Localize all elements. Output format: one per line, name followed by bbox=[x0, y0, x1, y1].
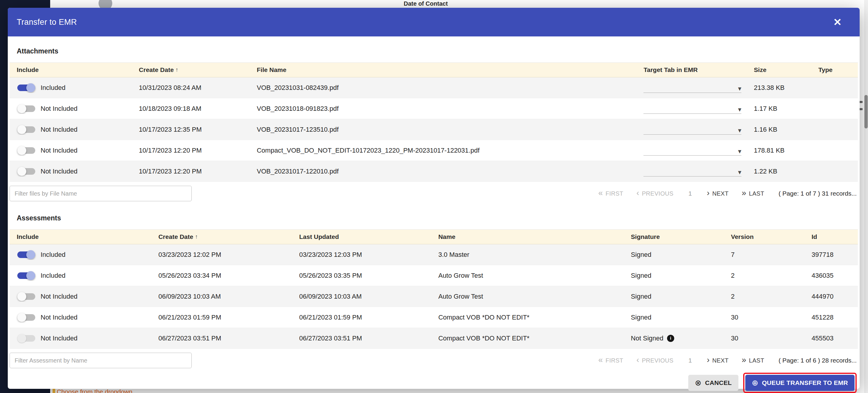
column-header-size[interactable]: Size bbox=[747, 66, 811, 73]
last-updated-cell: 05/26/2023 03:35 PM bbox=[292, 272, 431, 279]
column-header-type[interactable]: Type bbox=[811, 66, 858, 73]
target-tab-select[interactable]: ▾ bbox=[644, 83, 741, 93]
first-page-icon: « bbox=[598, 189, 603, 197]
file-name-cell: VOB_20231018-091823.pdf bbox=[250, 105, 636, 113]
next-page-button[interactable]: › NEXT bbox=[707, 357, 728, 365]
name-cell: Compact VOB *DO NOT EDIT* bbox=[431, 334, 624, 342]
target-tab-select[interactable]: ▾ bbox=[644, 167, 741, 177]
create-date-cell: 03/23/2023 12:02 PM bbox=[151, 251, 292, 259]
assessments-table-footer: « FIRST ‹ PREVIOUS 1 › NEXT » LAST ( Pag… bbox=[9, 352, 858, 369]
previous-page-button[interactable]: ‹ PREVIOUS bbox=[636, 357, 673, 365]
column-header-last-updated[interactable]: Last Updated bbox=[292, 233, 431, 240]
include-toggle[interactable] bbox=[17, 83, 36, 93]
signature-cell: Signed bbox=[631, 313, 652, 321]
chevron-down-icon: ▾ bbox=[738, 169, 741, 176]
attachments-filter-input[interactable] bbox=[9, 186, 192, 201]
column-header-file-name[interactable]: File Name bbox=[250, 66, 636, 73]
last-updated-cell: 03/23/2023 12:03 PM bbox=[292, 251, 431, 259]
current-page-number: 1 bbox=[688, 190, 692, 197]
assessments-filter-input[interactable] bbox=[9, 353, 192, 368]
attachment-row: Included 10/31/2023 08:24 AM VOB_2023103… bbox=[9, 77, 858, 98]
date-of-contact-label: Date of Contact bbox=[404, 0, 448, 7]
annotation-highlight-box: ⊕ QUEUE TRANSFER TO EMR bbox=[743, 373, 857, 393]
id-cell: 455503 bbox=[804, 334, 858, 342]
column-header-create-date[interactable]: Create Date ↑ bbox=[151, 233, 292, 240]
first-page-button[interactable]: « FIRST bbox=[598, 190, 623, 198]
include-toggle[interactable] bbox=[17, 312, 36, 323]
create-date-cell: 05/26/2023 03:34 PM bbox=[151, 272, 292, 279]
chevron-down-icon: ▾ bbox=[738, 148, 741, 155]
scrollbar-thumb[interactable] bbox=[864, 95, 868, 128]
page-scrollbar[interactable] bbox=[864, 0, 868, 393]
column-header-version[interactable]: Version bbox=[724, 233, 804, 240]
next-page-icon: › bbox=[707, 189, 709, 197]
create-date-cell: 10/18/2023 09:18 AM bbox=[132, 105, 250, 113]
last-page-button[interactable]: » LAST bbox=[742, 190, 765, 198]
attachment-row: Not Included 10/17/2023 12:20 PM VOB_202… bbox=[9, 161, 858, 182]
include-toggle[interactable] bbox=[17, 103, 36, 114]
column-header-target-tab[interactable]: Target Tab in EMR bbox=[636, 66, 746, 73]
first-page-button[interactable]: « FIRST bbox=[598, 357, 623, 365]
modal-body: Attachments Include Create Date ↑ File N… bbox=[8, 36, 860, 393]
next-page-button[interactable]: › NEXT bbox=[707, 190, 728, 198]
attachment-row: Not Included 10/17/2023 12:20 PM Compact… bbox=[9, 140, 858, 161]
include-label: Not Included bbox=[41, 105, 78, 113]
include-label: Not Included bbox=[41, 334, 78, 342]
close-icon: ✕ bbox=[833, 17, 842, 28]
transfer-to-emr-modal: Transfer to EMR ✕ Attachments Include Cr… bbox=[8, 8, 860, 389]
previous-page-icon: ‹ bbox=[636, 356, 639, 364]
last-updated-cell: 06/09/2023 10:03 AM bbox=[292, 293, 431, 300]
version-cell: 30 bbox=[724, 313, 804, 321]
target-tab-select[interactable]: ▾ bbox=[644, 124, 741, 135]
last-page-icon: » bbox=[742, 356, 746, 364]
column-header-include[interactable]: Include bbox=[9, 66, 132, 73]
include-toggle[interactable] bbox=[17, 124, 36, 135]
cancel-button[interactable]: ⊗ CANCEL bbox=[688, 375, 738, 391]
info-icon[interactable]: i bbox=[667, 335, 674, 342]
chevron-down-icon: ▾ bbox=[738, 85, 741, 93]
name-cell: Auto Grow Test bbox=[431, 293, 624, 300]
column-header-name[interactable]: Name bbox=[431, 233, 624, 240]
plus-circle-icon: ⊕ bbox=[752, 379, 758, 387]
include-toggle[interactable] bbox=[17, 333, 36, 343]
attachments-table-footer: « FIRST ‹ PREVIOUS 1 › NEXT » LAST ( Pag… bbox=[9, 185, 858, 202]
last-page-button[interactable]: » LAST bbox=[742, 357, 765, 365]
previous-page-icon: ‹ bbox=[636, 189, 639, 197]
target-tab-select[interactable]: ▾ bbox=[644, 145, 741, 156]
file-name-cell: VOB_20231017-122010.pdf bbox=[250, 168, 636, 175]
version-cell: 30 bbox=[724, 334, 804, 342]
assessment-row: Not Included 06/09/2023 10:03 AM 06/09/2… bbox=[9, 286, 858, 307]
column-header-create-date[interactable]: Create Date ↑ bbox=[132, 66, 250, 73]
version-cell: 2 bbox=[724, 293, 804, 300]
include-toggle[interactable] bbox=[17, 250, 36, 260]
queue-transfer-button[interactable]: ⊕ QUEUE TRANSFER TO EMR bbox=[745, 375, 855, 391]
version-cell: 7 bbox=[724, 251, 804, 259]
id-cell: 397718 bbox=[804, 251, 858, 259]
create-date-cell: 06/21/2023 01:59 PM bbox=[151, 313, 292, 321]
include-toggle[interactable] bbox=[17, 145, 36, 156]
close-button[interactable]: ✕ bbox=[833, 17, 842, 27]
file-name-cell: Compact_VOB_DO_NOT_EDIT-10172023_1220_PM… bbox=[250, 147, 636, 154]
signature-cell: Signed bbox=[631, 251, 652, 259]
assessment-row: Included 05/26/2023 03:34 PM 05/26/2023 … bbox=[9, 265, 858, 286]
include-toggle[interactable] bbox=[17, 167, 36, 177]
include-toggle[interactable] bbox=[17, 271, 36, 281]
attachments-pagination: « FIRST ‹ PREVIOUS 1 › NEXT » LAST ( Pag… bbox=[598, 190, 858, 198]
file-name-cell: VOB_20231031-082439.pdf bbox=[250, 84, 636, 92]
column-header-id[interactable]: Id bbox=[804, 233, 858, 240]
include-toggle[interactable] bbox=[17, 292, 36, 302]
include-label: Included bbox=[41, 84, 65, 92]
target-tab-select[interactable]: ▾ bbox=[644, 103, 741, 114]
include-label: Not Included bbox=[41, 147, 78, 154]
create-date-cell: 06/27/2023 03:51 PM bbox=[151, 334, 292, 342]
previous-page-button[interactable]: ‹ PREVIOUS bbox=[636, 190, 673, 198]
include-label: Not Included bbox=[41, 168, 78, 175]
file-name-cell: VOB_20231017-123510.pdf bbox=[250, 126, 636, 133]
modal-footer: ⊗ CANCEL ⊕ QUEUE TRANSFER TO EMR bbox=[9, 373, 858, 393]
attachments-section-label: Attachments bbox=[17, 47, 858, 55]
column-header-signature[interactable]: Signature bbox=[624, 233, 724, 240]
column-header-include[interactable]: Include bbox=[9, 233, 151, 240]
assessments-table: Include Create Date ↑ Last Updated Name … bbox=[9, 229, 858, 349]
assessment-row: Included 03/23/2023 12:02 PM 03/23/2023 … bbox=[9, 244, 858, 265]
signature-cell: Not Signed bbox=[631, 334, 663, 342]
